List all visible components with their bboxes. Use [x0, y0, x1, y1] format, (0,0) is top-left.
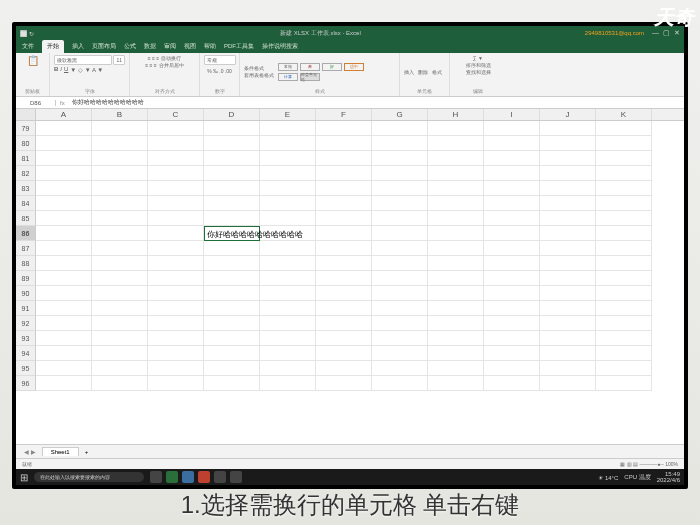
cell[interactable] [316, 166, 372, 181]
name-box[interactable]: D86 [16, 100, 56, 106]
cell[interactable] [260, 286, 316, 301]
row-header[interactable]: 87 [16, 241, 36, 256]
cell[interactable] [596, 121, 652, 136]
cell[interactable] [316, 196, 372, 211]
cell[interactable] [484, 256, 540, 271]
cell[interactable] [316, 271, 372, 286]
cell[interactable] [596, 211, 652, 226]
cell[interactable] [372, 286, 428, 301]
cell[interactable] [260, 331, 316, 346]
cell[interactable] [260, 256, 316, 271]
cell[interactable] [204, 211, 260, 226]
cell[interactable] [92, 376, 148, 391]
cell[interactable] [92, 151, 148, 166]
cell[interactable] [372, 136, 428, 151]
row-header[interactable]: 82 [16, 166, 36, 181]
cell[interactable] [428, 271, 484, 286]
cell[interactable] [36, 121, 92, 136]
cell[interactable] [148, 286, 204, 301]
cell[interactable] [428, 316, 484, 331]
row-header[interactable]: 89 [16, 271, 36, 286]
cell[interactable] [316, 121, 372, 136]
cell[interactable] [92, 136, 148, 151]
cell[interactable] [316, 376, 372, 391]
cell[interactable] [92, 181, 148, 196]
cell[interactable] [484, 316, 540, 331]
cell[interactable] [316, 241, 372, 256]
cell[interactable] [36, 301, 92, 316]
row-header[interactable]: 88 [16, 256, 36, 271]
cell[interactable] [540, 376, 596, 391]
cell[interactable] [92, 331, 148, 346]
spreadsheet-grid[interactable]: ABCDEFGHIJK 7980818283848586你好哈哈哈哈哈哈哈哈哈哈… [16, 109, 684, 444]
cell[interactable] [148, 181, 204, 196]
cell[interactable] [540, 331, 596, 346]
cell[interactable] [92, 211, 148, 226]
cond-format-button[interactable]: 条件格式 [244, 65, 274, 71]
zoom-level[interactable]: 100% [665, 461, 678, 467]
row-header[interactable]: 93 [16, 331, 36, 346]
cell[interactable] [260, 166, 316, 181]
cell[interactable] [484, 211, 540, 226]
cell[interactable] [540, 286, 596, 301]
cell[interactable] [596, 136, 652, 151]
cell[interactable] [428, 286, 484, 301]
cell[interactable] [260, 196, 316, 211]
cell[interactable] [428, 181, 484, 196]
cell[interactable] [204, 241, 260, 256]
delete-cells-button[interactable]: 删除 [418, 69, 428, 75]
cell[interactable] [148, 271, 204, 286]
column-header[interactable]: E [260, 109, 316, 120]
cell[interactable] [92, 346, 148, 361]
cell[interactable] [148, 226, 204, 241]
cell[interactable] [204, 196, 260, 211]
tab-formulas[interactable]: 公式 [124, 42, 136, 51]
cell[interactable] [596, 271, 652, 286]
cell[interactable] [316, 346, 372, 361]
tab-layout[interactable]: 页面布局 [92, 42, 116, 51]
column-header[interactable]: B [92, 109, 148, 120]
style-normal[interactable]: 常规 [278, 63, 298, 71]
tab-view[interactable]: 视图 [184, 42, 196, 51]
cell[interactable] [540, 166, 596, 181]
row-header[interactable]: 80 [16, 136, 36, 151]
row-header[interactable]: 91 [16, 301, 36, 316]
cell[interactable] [484, 121, 540, 136]
cell[interactable] [596, 361, 652, 376]
cell[interactable] [36, 316, 92, 331]
row-header[interactable]: 96 [16, 376, 36, 391]
cell[interactable] [204, 271, 260, 286]
column-header[interactable]: D [204, 109, 260, 120]
tab-file[interactable]: 文件 [22, 42, 34, 51]
cell[interactable] [596, 286, 652, 301]
cell[interactable] [204, 316, 260, 331]
style-neutral[interactable]: 适中 [344, 63, 364, 71]
cell[interactable] [428, 331, 484, 346]
cell[interactable] [372, 376, 428, 391]
cell[interactable] [372, 361, 428, 376]
cell[interactable] [484, 226, 540, 241]
cell[interactable] [540, 346, 596, 361]
taskbar-search[interactable]: 在此处输入以搜索要搜索的内容 [34, 472, 144, 482]
tab-home[interactable]: 开始 [42, 40, 64, 53]
cell[interactable] [428, 121, 484, 136]
taskbar-app-icon[interactable] [230, 471, 242, 483]
cell[interactable] [204, 301, 260, 316]
taskbar-app-icon[interactable] [214, 471, 226, 483]
weather[interactable]: 14°C [605, 475, 618, 481]
cell[interactable] [92, 301, 148, 316]
wrap-text-button[interactable]: 自动换行 [161, 55, 181, 61]
cell[interactable] [540, 181, 596, 196]
tab-insert[interactable]: 插入 [72, 42, 84, 51]
cell[interactable] [36, 241, 92, 256]
cell[interactable] [428, 241, 484, 256]
cell[interactable] [148, 346, 204, 361]
cell[interactable] [36, 136, 92, 151]
row-header[interactable]: 81 [16, 151, 36, 166]
cell[interactable] [484, 376, 540, 391]
cell[interactable] [372, 166, 428, 181]
cell[interactable] [316, 181, 372, 196]
column-header[interactable]: J [540, 109, 596, 120]
cell[interactable] [372, 241, 428, 256]
style-check[interactable]: 检查单元格 [300, 73, 320, 81]
